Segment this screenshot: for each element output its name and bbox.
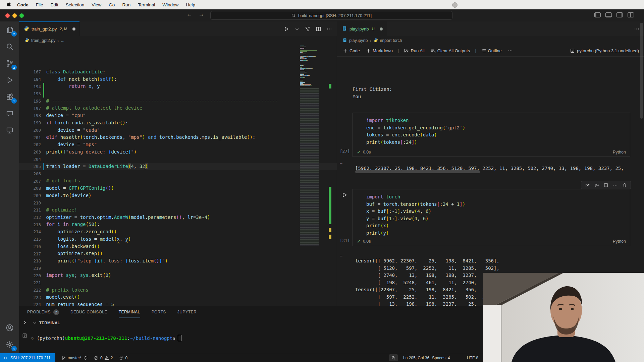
menu-item-run[interactable]: Run — [118, 2, 134, 7]
toggle-secondary-sidebar-icon[interactable] — [616, 12, 623, 17]
close-window-button[interactable] — [5, 13, 10, 18]
toggle-sidebar-icon[interactable] — [594, 12, 601, 17]
breadcrumb-cell[interactable]: import torch — [380, 38, 402, 43]
output-collapse-icon[interactable]: ⋯ — [340, 161, 343, 166]
breadcrumb[interactable]: play.ipynb › import torch — [337, 36, 644, 45]
code-line: 184 def next_batch(self): — [19, 76, 337, 83]
more-actions-icon[interactable] — [634, 26, 640, 32]
activitybar-account-icon[interactable] — [0, 319, 19, 336]
line-number: 208 — [19, 186, 41, 191]
breadcrumb-file[interactable]: play.ipynb — [349, 38, 368, 43]
panel-tab-ports[interactable]: PORTS — [152, 306, 166, 318]
nb-more-actions-icon[interactable] — [505, 47, 515, 54]
menu-item-view[interactable]: View — [88, 2, 105, 7]
activitybar-search-icon[interactable] — [0, 38, 19, 55]
webcam-overlay — [483, 273, 644, 362]
minimap-line — [300, 68, 319, 69]
cursor-position-indicator[interactable]: Ln 205, Col 36 — [403, 356, 429, 360]
minimap-line — [300, 84, 319, 85]
minimap[interactable] — [300, 46, 319, 306]
status-right-zoom[interactable] — [389, 354, 398, 361]
output-horizontal-scrollbar[interactable] — [355, 170, 480, 173]
sync-icon[interactable] — [83, 356, 88, 360]
run-cell-icon[interactable] — [341, 192, 347, 199]
dirty-indicator-icon[interactable] — [380, 27, 383, 31]
cell-code[interactable]: import torchbuf = torch.tensor(tokens[:2… — [353, 189, 630, 237]
command-decoration-icon[interactable]: ○ — [31, 336, 34, 340]
customize-layout-icon[interactable] — [628, 12, 634, 17]
activitybar-source-control-icon[interactable]: 2 — [0, 55, 19, 72]
ports-indicator[interactable]: 0 — [119, 356, 127, 360]
problems-indicator[interactable]: 02 — [94, 356, 113, 360]
notebook-cell-2[interactable]: import torchbuf = torch.tensor(tokens[:2… — [353, 189, 630, 246]
cell-language[interactable]: Python — [613, 239, 626, 244]
breadcrumb-file[interactable]: train_gpt2.py — [31, 38, 55, 43]
activitybar-extensions-icon[interactable]: 1 — [0, 88, 19, 105]
delete-cell-icon[interactable] — [622, 183, 627, 188]
panel-tab-terminal[interactable]: TERMINAL — [119, 306, 140, 318]
tab-play-ipynb[interactable]: play.ipynb U — [337, 21, 387, 36]
terminal-tabs-icon[interactable] — [22, 333, 28, 340]
run-or-debug-icon[interactable] — [305, 26, 311, 32]
nb-outline-button[interactable]: Outline — [479, 47, 504, 54]
forward-icon[interactable]: → — [199, 11, 204, 18]
indentation-indicator[interactable]: Spaces: 4 — [432, 356, 450, 360]
menu-item-selection[interactable]: Selection — [62, 2, 88, 7]
menu-item-go[interactable]: Go — [105, 2, 118, 7]
more-actions-icon[interactable] — [613, 183, 618, 188]
terminal[interactable]: ○ (pytorchn) ubuntu@207-211-170-211 : ~/… — [31, 335, 181, 341]
nb-markdown-button[interactable]: Markdown — [364, 47, 395, 54]
toggle-panel-icon[interactable] — [605, 12, 612, 17]
notebook-cell-1[interactable]: import tiktokenenc = tiktoken.get_encodi… — [353, 113, 630, 157]
chevron-right-icon[interactable] — [22, 320, 27, 326]
notebook-content[interactable]: First Citizen: Youimport tiktokenenc = t… — [337, 78, 644, 306]
encoding-indicator[interactable]: UTF-8 — [467, 356, 478, 360]
dirty-indicator-icon[interactable] — [72, 27, 75, 31]
output-collapse-icon[interactable]: ⋯ — [340, 253, 343, 258]
execute-below-icon[interactable] — [594, 183, 599, 188]
code-editor[interactable]: 167class DataLoaderLite:184 def next_bat… — [19, 66, 337, 306]
menu-item-code[interactable]: Code — [13, 2, 32, 7]
line-number: 209 — [19, 193, 41, 198]
zoom-window-button[interactable] — [19, 13, 24, 18]
menu-item-terminal[interactable]: Terminal — [134, 2, 159, 7]
minimize-window-button[interactable] — [12, 13, 17, 18]
breadcrumb-symbol[interactable]: ... — [61, 38, 64, 43]
git-branch-indicator[interactable]: master* — [61, 356, 88, 360]
activitybar-remote-explorer-icon[interactable] — [0, 122, 19, 139]
menu-item-edit[interactable]: Edit — [47, 2, 62, 7]
kernel-picker[interactable]: pytorchn (Python 3.1.undefined) — [570, 48, 639, 53]
run-button[interactable] — [283, 26, 289, 32]
panel-tab-jupyter[interactable]: JUPYTER — [177, 306, 197, 318]
cell-code[interactable]: import tiktokenenc = tiktoken.get_encodi… — [353, 113, 630, 146]
back-icon[interactable]: ← — [186, 11, 192, 18]
run-dropdown-icon[interactable] — [294, 26, 300, 32]
panel-tab-problems[interactable]: PROBLEMS2 — [27, 306, 59, 318]
notebook-scrollbar[interactable] — [640, 23, 643, 119]
more-actions-icon[interactable] — [326, 26, 332, 32]
menubar-status-icon[interactable] — [452, 2, 458, 8]
split-editor-icon[interactable] — [316, 26, 321, 32]
nb-code-button[interactable]: Code — [340, 47, 362, 54]
activitybar-run-debug-icon[interactable] — [0, 72, 19, 88]
menu-item-file[interactable]: File — [32, 2, 47, 7]
cell-language[interactable]: Python — [613, 150, 626, 155]
execute-above-icon[interactable] — [585, 183, 590, 188]
zoom-icon[interactable] — [389, 354, 398, 361]
menu-item-help[interactable]: Help — [182, 2, 199, 7]
panel-tab-debug-console[interactable]: DEBUG CONSOLE — [70, 306, 107, 318]
activitybar-settings-icon[interactable]: 1 — [0, 336, 19, 353]
remote-indicator[interactable]: SSH: 207.211.170.211 — [0, 353, 55, 362]
nb-run-all-button[interactable]: Run All — [401, 47, 427, 54]
nb-clear-all-outputs-button[interactable]: Clear All Outputs — [428, 47, 473, 54]
menu-item-window[interactable]: Window — [159, 2, 182, 7]
activitybar-explorer-icon[interactable]: 2 — [0, 21, 19, 38]
activitybar-comments-icon[interactable] — [0, 105, 19, 122]
command-center-search[interactable]: build-nanogpt [SSH: 207.211.170.211] — [210, 11, 452, 20]
minimap-line — [300, 56, 319, 57]
apple-icon[interactable] — [7, 2, 12, 7]
code-line: 216 loss.backward() — [19, 243, 337, 250]
breadcrumb[interactable]: train_gpt2.py › ... — [19, 36, 337, 45]
split-cell-icon[interactable] — [603, 183, 608, 188]
tab-train-gpt2[interactable]: train_gpt2.py 2, M — [19, 21, 80, 36]
